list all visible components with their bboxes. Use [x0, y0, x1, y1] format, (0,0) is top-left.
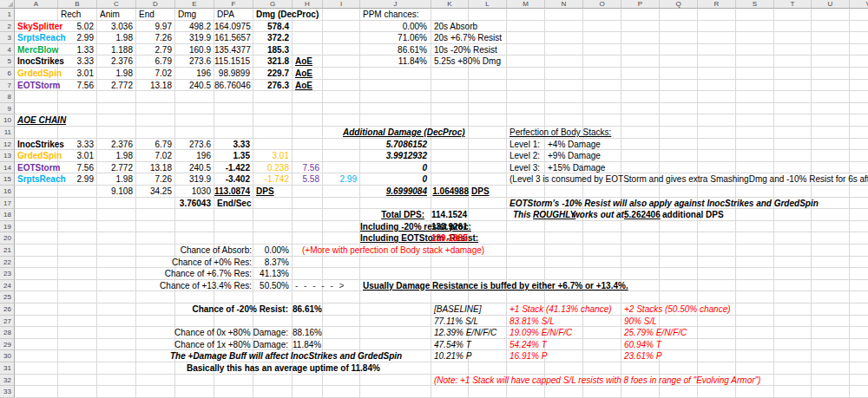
cell-F4[interactable]: 135.4377 [214, 44, 253, 56]
cell-K2[interactable]: 20s Absorb [431, 21, 469, 33]
row-header-26[interactable]: 26 [0, 303, 15, 316]
cell-E1[interactable]: Dmg [175, 9, 214, 21]
cell-F2[interactable]: 164.0975 [214, 21, 253, 33]
cell-r21-x345[interactable]: (+More with perfection of Body stack +da… [299, 245, 484, 257]
cell-B5[interactable]: 3.33 [58, 55, 97, 68]
cell-C28[interactable]: Chance of 0x +80% Damage: [97, 327, 293, 339]
cell-M12[interactable]: Level 1: [507, 139, 545, 151]
cell-r18-x611[interactable]: ROUGHLY [530, 209, 575, 221]
cell-G21[interactable]: 0.00% [253, 245, 293, 257]
cell-C3[interactable]: 1.98 [97, 32, 136, 44]
cell-r18-x588[interactable]: This [510, 209, 531, 221]
cell-C29[interactable]: Chance of 1x +80% Damage: [97, 339, 293, 351]
row-header-28[interactable]: 28 [0, 327, 15, 339]
cell-M26[interactable]: +1 Stack (41.13% chance) [507, 303, 545, 316]
row-header-29[interactable]: 29 [0, 339, 15, 351]
cell-E7[interactable]: 240.5 [175, 80, 214, 92]
cell-G5[interactable]: 321.8 [253, 55, 293, 68]
cell-F5[interactable]: 115.1515 [214, 55, 253, 68]
cell-B14[interactable]: 7.56 [58, 162, 97, 174]
column-header-R[interactable]: R [698, 0, 736, 9]
cell-K19[interactable]: 133.9261 [431, 221, 469, 233]
cell-E16[interactable]: 1030 [175, 186, 214, 198]
cell-E4[interactable]: 160.9 [175, 44, 214, 56]
cell-C16[interactable]: 9.108 [97, 186, 136, 198]
row-header-7[interactable]: 7 [0, 80, 15, 92]
cell-E12[interactable]: 273.6 [175, 139, 214, 151]
cell-B1[interactable]: Rech [58, 9, 97, 21]
cell-A14[interactable]: EOTStorm [15, 162, 58, 174]
cell-G4[interactable]: 185.3 [253, 44, 293, 56]
cell-C14[interactable]: 2.772 [97, 162, 136, 174]
column-header-F[interactable]: F [214, 0, 253, 9]
cell-A5[interactable]: InocStrikes [15, 55, 58, 68]
cell-Q18[interactable]: additional DPS [660, 209, 698, 221]
cell-P18[interactable]: 5.262406 [621, 209, 660, 221]
select-all-corner[interactable] [0, 0, 15, 9]
cell-A10[interactable]: AOE CHAIN [15, 114, 58, 127]
row-header-1[interactable]: 1 [0, 9, 15, 21]
cell-D15[interactable]: 7.26 [136, 173, 175, 186]
cell-D3[interactable]: 7.26 [136, 32, 175, 44]
cell-E6[interactable]: 196 [175, 68, 214, 80]
cell-B6[interactable]: 3.01 [58, 68, 97, 80]
cell-H5[interactable]: AoE [293, 55, 323, 68]
column-header-B[interactable]: B [58, 0, 97, 9]
row-header-15[interactable]: 15 [0, 173, 15, 186]
cell-D5[interactable]: 6.79 [136, 55, 175, 68]
cell-M30[interactable]: 16.91% P [507, 350, 545, 362]
row-header-33[interactable]: 33 [0, 386, 15, 398]
row-header-3[interactable]: 3 [0, 32, 15, 44]
column-header-M[interactable]: M [507, 0, 545, 9]
cell-G13[interactable]: 3.01 [253, 150, 293, 162]
column-header-P[interactable]: P [621, 0, 660, 9]
column-header-N[interactable]: N [545, 0, 583, 9]
row-header-16[interactable]: 16 [0, 186, 15, 198]
row-header-2[interactable]: 2 [0, 21, 15, 33]
cell-J2[interactable]: 0.00% [360, 21, 431, 33]
cell-D6[interactable]: 7.02 [136, 68, 175, 80]
cell-r31-x212[interactable]: Basically this has an average uptime of … [184, 362, 380, 375]
cell-J16[interactable]: 9.6999084 [360, 186, 431, 198]
cell-J1[interactable]: PPM chances: [360, 9, 431, 21]
cell-N13[interactable]: +9% Damage [545, 150, 583, 162]
cell-D7[interactable]: 13.18 [136, 80, 175, 92]
cell-M17[interactable]: EOTStorm's -10% Resist will also apply a… [507, 198, 545, 210]
cell-B4[interactable]: 1.33 [58, 44, 97, 56]
row-header-27[interactable]: 27 [0, 316, 15, 328]
cell-M29[interactable]: 54.24% T [507, 339, 545, 351]
cell-G7[interactable]: 276.3 [253, 80, 293, 92]
cell-K27[interactable]: 77.11% S/L [431, 316, 469, 328]
cell-P30[interactable]: 23.61% P [621, 350, 660, 362]
cell-K29[interactable]: 47.54% T [431, 339, 469, 351]
cell-G6[interactable]: 229.7 [253, 68, 293, 80]
cell-J12[interactable]: 5.7086152 [360, 139, 431, 151]
cell-J18[interactable]: Total DPS: [360, 209, 431, 221]
cell-C12[interactable]: 2.376 [97, 139, 136, 151]
cell-E15[interactable]: 319.9 [175, 173, 214, 186]
row-header-9[interactable]: 9 [0, 103, 15, 115]
cell-D1[interactable]: End [136, 9, 175, 21]
column-header-T[interactable]: T [774, 0, 812, 9]
cell-F15[interactable]: -3.402 [214, 173, 253, 186]
column-header-J[interactable]: J [360, 0, 431, 9]
row-header-25[interactable]: 25 [0, 291, 15, 303]
cell-A12[interactable]: InocStrikes [15, 139, 58, 151]
cell-E5[interactable]: 273.6 [175, 55, 214, 68]
column-header-U[interactable]: U [812, 0, 850, 9]
cell-K16[interactable]: 1.064988 [431, 186, 469, 198]
cell-C6[interactable]: 1.98 [97, 68, 136, 80]
column-header-O[interactable]: O [583, 0, 621, 9]
row-header-17[interactable]: 17 [0, 198, 15, 210]
row-header-12[interactable]: 12 [0, 139, 15, 151]
row-header-5[interactable]: 5 [0, 55, 15, 68]
cell-r18-x657[interactable]: works out at: [570, 209, 627, 221]
cell-B7[interactable]: 7.56 [58, 80, 97, 92]
cell-K3[interactable]: 20s +6.7% Resist [431, 32, 469, 44]
cell-J24[interactable]: Usually Damage Resistance is buffed by e… [360, 280, 431, 292]
cell-D4[interactable]: 2.79 [136, 44, 175, 56]
cell-F14[interactable]: -1.422 [214, 162, 253, 174]
cell-K28[interactable]: 12.39% E/N/F/C [431, 327, 469, 339]
row-header-30[interactable]: 30 [0, 350, 15, 362]
cell-H7[interactable]: AoE [293, 80, 323, 92]
